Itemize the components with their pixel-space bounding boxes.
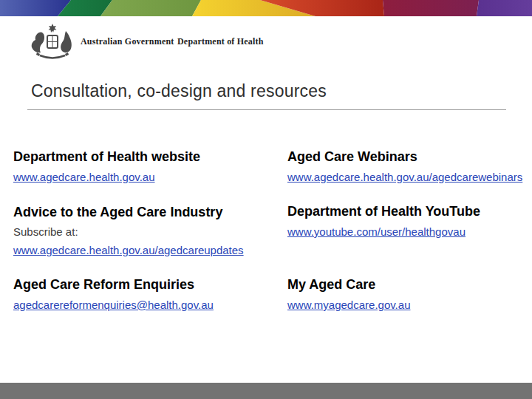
government-logo-text: Australian Government Department of Heal… (81, 23, 264, 60)
government-logo: Australian Government Department of Heal… (28, 23, 264, 60)
resource-block-my-aged-care: My Aged Care www.myagedcare.gov.au (287, 276, 528, 312)
resource-link[interactable]: www.myagedcare.gov.au (287, 299, 410, 312)
page-title: Consultation, co-design and resources (31, 81, 327, 101)
banner-color-bar (0, 0, 532, 16)
footer-bar (0, 383, 532, 399)
resource-link[interactable]: www.agedcare.health.gov.au (13, 171, 155, 184)
resource-block-industry-advice: Advice to the Aged Care Industry Subscri… (13, 204, 268, 257)
resource-heading: Aged Care Webinars (287, 149, 528, 165)
coat-of-arms-icon (28, 23, 77, 60)
resource-block-webinars: Aged Care Webinars www.agedcare.health.g… (287, 149, 528, 184)
logo-line-government: Australian Government (81, 36, 174, 47)
resource-block-doh-website: Department of Health website www.agedcar… (13, 149, 268, 184)
resource-link[interactable]: www.youtube.com/user/healthgovau (287, 225, 466, 239)
resource-heading: Department of Health YouTube (287, 203, 528, 219)
title-rule (27, 109, 506, 110)
resource-link[interactable]: agedcarereformenquiries@health.gov.au (13, 299, 214, 312)
resource-heading: Department of Health website (13, 149, 268, 165)
resource-link[interactable]: www.agedcare.health.gov.au/agedcarewebin… (287, 171, 522, 184)
resource-heading: Aged Care Reform Enquiries (13, 276, 268, 293)
resource-block-youtube: Department of Health YouTube www.youtube… (287, 203, 528, 239)
resource-heading: Advice to the Aged Care Industry (13, 204, 268, 220)
resource-heading: My Aged Care (287, 276, 528, 293)
resource-note: Subscribe at: (13, 225, 268, 239)
logo-line-department: Department of Health (177, 36, 264, 47)
resource-link[interactable]: www.agedcare.health.gov.au/agedcareupdat… (13, 244, 244, 257)
resource-block-reform-enquiries: Aged Care Reform Enquiries agedcarerefor… (13, 276, 268, 312)
